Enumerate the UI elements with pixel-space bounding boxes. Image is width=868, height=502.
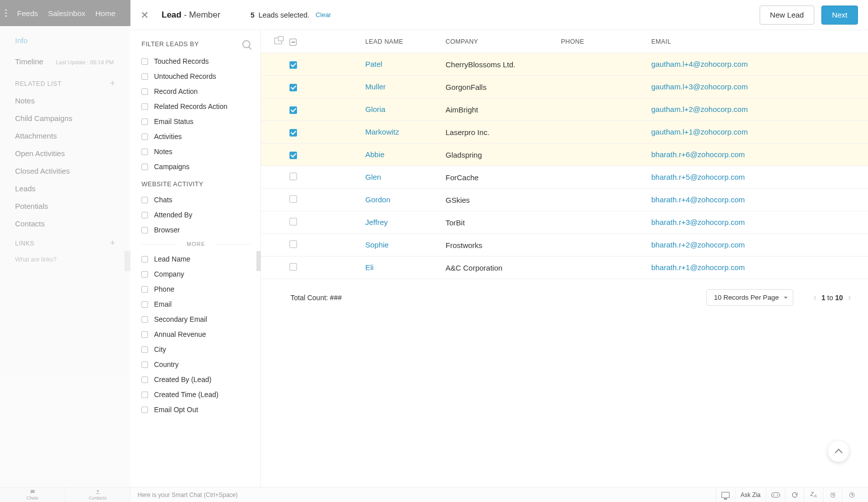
checkbox-icon[interactable] [141,301,148,308]
filter-item[interactable]: Secondary Email [141,315,250,323]
row-checkbox[interactable] [290,218,297,225]
lead-name-link[interactable]: Glen [365,173,381,181]
row-checkbox[interactable] [290,106,297,114]
filter-item[interactable]: Activities [141,133,250,141]
related-item[interactable]: Contacts [15,219,115,228]
email-link[interactable]: gautham.l+1@zohocorp.com [651,128,748,136]
smart-chat-hint[interactable]: Here is your Smart Chat (Ctrl+Space) [137,491,238,498]
timeline-label[interactable]: Timeline [15,57,43,66]
email-link[interactable]: bharath.r+1@zohocorp.com [651,263,745,272]
filter-item[interactable]: Annual Revenue [141,330,250,338]
table-row[interactable]: PatelCherryBlossoms Ltd.gautham.l+4@zoho… [261,53,868,76]
alarm-icon[interactable] [823,488,842,502]
filter-item[interactable]: Campaigns [141,163,250,171]
related-item[interactable]: Attachments [15,132,115,140]
add-link-icon[interactable]: + [110,238,115,248]
filter-item[interactable]: Email [141,300,250,308]
page-next-icon[interactable]: › [848,292,851,303]
filter-item[interactable]: Related Records Action [141,102,250,110]
new-lead-button[interactable]: New Lead [760,6,815,25]
checkbox-icon[interactable] [141,103,148,110]
hamburger-icon[interactable] [5,10,7,17]
filter-item[interactable]: Email Status [141,117,250,126]
scroll-top-button[interactable] [828,441,849,462]
gamepad-icon[interactable] [766,488,785,502]
filter-item[interactable]: Company [141,270,250,278]
filter-item[interactable]: Created Time (Lead) [141,391,250,399]
related-item[interactable]: Child Campaigns [15,114,115,122]
chats-tab[interactable]: Chats [0,487,65,502]
table-row[interactable]: SophieFrostworksbharath.r+2@zohocorp.com [261,234,868,257]
filter-item[interactable]: City [141,345,250,353]
row-checkbox[interactable] [290,152,297,159]
records-per-page-dropdown[interactable]: 10 Records Per Page [706,289,793,306]
info-link[interactable]: Info [15,36,115,45]
checkbox-icon[interactable] [141,88,148,95]
th-phone[interactable]: PHONE [561,38,651,45]
row-checkbox[interactable] [290,61,297,69]
th-lead-name[interactable]: LEAD NAME [365,38,446,45]
checkbox-icon[interactable] [141,346,148,353]
email-link[interactable]: bharath.r+3@zohocorp.com [651,218,745,226]
table-row[interactable]: JeffreyTorBitbharath.r+3@zohocorp.com [261,211,868,234]
what-are-links[interactable]: What are links? [15,256,115,263]
lead-name-link[interactable]: Muller [365,82,386,91]
row-checkbox[interactable] [290,240,297,248]
lead-name-link[interactable]: Patel [365,60,382,68]
checkbox-icon[interactable] [141,316,148,323]
row-checkbox[interactable] [290,84,297,91]
checkbox-icon[interactable] [141,361,148,368]
checkbox-icon[interactable] [141,331,148,338]
table-row[interactable]: AbbieGladspringbharath.r+6@zohocorp.com [261,144,868,166]
th-email[interactable]: EMAIL [651,38,868,45]
filter-item[interactable]: Attended By [141,211,250,219]
checkbox-icon[interactable] [141,73,148,80]
checkbox-icon[interactable] [141,227,148,233]
row-checkbox[interactable] [290,195,297,203]
filter-item[interactable]: Untouched Records [141,72,250,80]
filter-item[interactable]: Country [141,360,250,368]
refresh-icon[interactable] [785,488,804,502]
filter-item[interactable]: Lead Name [141,255,250,263]
checkbox-icon[interactable] [141,271,148,278]
za-icon[interactable]: ZA [804,488,823,502]
related-item[interactable]: Closed Activities [15,167,115,175]
email-link[interactable]: gautham.l+4@zohocorp.com [651,60,748,68]
filter-item[interactable]: Browser [141,226,250,234]
row-checkbox[interactable] [290,129,297,137]
filter-item[interactable]: Created By (Lead) [141,375,250,384]
left-rail-collapse-handle[interactable] [124,251,130,271]
table-row[interactable]: GordonGSkiesbharath.r+4@zohocorp.com [261,189,868,211]
email-link[interactable]: bharath.r+2@zohocorp.com [651,240,745,249]
lead-name-link[interactable]: Eli [365,263,374,272]
lead-name-link[interactable]: Gloria [365,105,385,113]
ask-zia-button[interactable]: Ask Zia [735,488,766,502]
filter-item[interactable]: Notes [141,148,250,156]
email-link[interactable]: gautham.l+2@zohocorp.com [651,105,748,113]
search-icon[interactable] [242,40,250,48]
lead-name-link[interactable]: Markowitz [365,128,399,136]
checkbox-icon[interactable] [141,58,148,65]
screen-share-icon[interactable] [716,488,735,502]
filter-item[interactable]: Record Action [141,87,250,95]
email-link[interactable]: bharath.r+4@zohocorp.com [651,195,745,204]
add-related-icon[interactable]: + [110,78,115,89]
table-row[interactable]: MullerGorgonFallsgautham.l+3@zohocorp.co… [261,76,868,98]
email-link[interactable]: bharath.r+6@zohocorp.com [651,150,745,159]
row-checkbox[interactable] [290,263,297,271]
email-link[interactable]: bharath.r+5@zohocorp.com [651,173,745,181]
related-item[interactable]: Potentials [15,202,115,210]
th-company[interactable]: COMPANY [446,38,561,45]
email-link[interactable]: gautham.l+3@zohocorp.com [651,82,748,91]
checkbox-icon[interactable] [141,164,148,170]
filter-item[interactable]: Chats [141,196,250,204]
page-prev-icon[interactable]: ‹ [813,292,816,303]
lead-name-link[interactable]: Abbie [365,150,384,159]
filter-item[interactable]: Phone [141,285,250,293]
filter-item[interactable]: Touched Records [141,57,250,65]
table-row[interactable]: GloriaAimBrightgautham.l+2@zohocorp.com [261,98,868,121]
nav-home[interactable]: Home [95,9,115,18]
nav-feeds[interactable]: Feeds [17,9,38,18]
next-button[interactable]: Next [821,6,858,25]
lead-name-link[interactable]: Gordon [365,195,390,204]
